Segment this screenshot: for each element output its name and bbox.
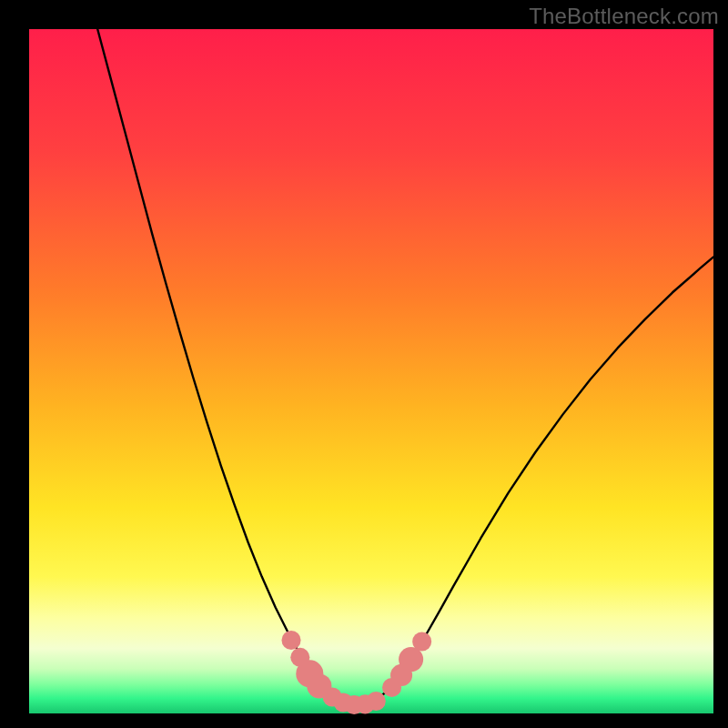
data-marker <box>412 632 431 652</box>
plot-background <box>29 29 713 713</box>
data-marker <box>281 631 300 650</box>
chart-outer: TheBottleneck.com <box>0 0 728 728</box>
attribution-text: TheBottleneck.com <box>529 4 719 29</box>
data-marker <box>367 692 386 711</box>
bottleneck-chart <box>0 0 728 728</box>
